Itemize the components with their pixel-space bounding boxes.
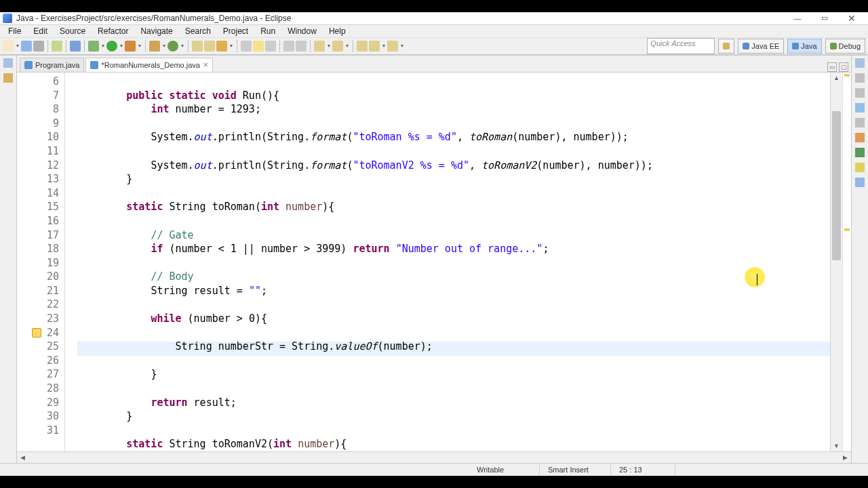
code-line[interactable]: // Body — [77, 270, 830, 284]
code-line[interactable]: // Gate — [77, 228, 830, 243]
editor-tab[interactable]: *RomanNumerals_Demo.java✕ — [85, 58, 213, 72]
ext-tool-icon[interactable] — [125, 41, 136, 52]
perspective-java-ee[interactable]: Java EE — [738, 39, 784, 54]
code-line[interactable]: } — [77, 367, 830, 382]
code-line[interactable]: static String toRoman(int number){ — [77, 200, 830, 214]
code-line[interactable]: } — [77, 409, 830, 424]
package-explorer-icon[interactable] — [3, 73, 13, 83]
run-icon-dropdown[interactable]: ▾ — [119, 41, 123, 52]
skip-bp-icon[interactable] — [70, 41, 81, 52]
annotation-icon-dropdown[interactable]: ▾ — [326, 41, 331, 52]
debug-icon-dropdown[interactable]: ▾ — [100, 41, 105, 52]
code-area[interactable]: public static void Run(){ int number = 1… — [75, 73, 830, 451]
save-icon[interactable] — [21, 41, 32, 52]
horizontal-scrollbar[interactable]: ◀ ▶ — [17, 451, 851, 463]
outline-icon[interactable] — [855, 88, 865, 98]
vertical-scrollbar[interactable]: ▲ ▼ — [830, 73, 842, 451]
minimize-editor-icon[interactable]: ▭ — [827, 62, 837, 72]
forward-icon[interactable] — [387, 41, 398, 52]
menu-refactor[interactable]: Refactor — [92, 25, 134, 37]
tasklist-icon[interactable] — [855, 73, 865, 83]
last-edit-icon[interactable] — [357, 41, 368, 52]
code-line[interactable] — [77, 144, 830, 159]
code-line[interactable] — [77, 214, 830, 228]
code-line[interactable]: public static void Run(){ — [77, 89, 830, 103]
console-icon[interactable] — [855, 178, 865, 187]
new-class-icon[interactable] — [167, 41, 178, 52]
code-line[interactable]: static String toRomanV2(int number){ — [77, 437, 830, 451]
debug-icon[interactable] — [88, 41, 99, 52]
menu-edit[interactable]: Edit — [28, 25, 53, 37]
declaration-icon[interactable] — [855, 163, 865, 172]
perspective-java[interactable]: Java — [787, 39, 821, 54]
warning-icon[interactable] — [32, 328, 41, 338]
search-icon[interactable] — [216, 41, 227, 52]
next-ann-icon-dropdown[interactable]: ▾ — [344, 41, 349, 52]
menu-window[interactable]: Window — [282, 25, 322, 37]
menu-search[interactable]: Search — [180, 25, 216, 37]
type-hierarchy-icon[interactable] — [855, 103, 865, 113]
ext-tool-icon-dropdown[interactable]: ▾ — [137, 41, 142, 52]
editor-tab[interactable]: Program.java — [20, 58, 84, 72]
menu-run[interactable]: Run — [255, 25, 281, 37]
menu-help[interactable]: Help — [323, 25, 351, 37]
back-icon-dropdown[interactable]: ▾ — [381, 41, 386, 52]
toggle-block-icon[interactable] — [253, 41, 264, 52]
scroll-left-icon[interactable]: ◀ — [17, 454, 28, 461]
overview-ruler[interactable] — [842, 73, 851, 451]
new-icon-dropdown[interactable]: ▾ — [15, 41, 20, 52]
scroll-right-icon[interactable]: ▶ — [840, 454, 851, 461]
toggle-ws-icon[interactable] — [265, 41, 276, 52]
scroll-thumb[interactable] — [832, 111, 841, 260]
menu-project[interactable]: Project — [218, 25, 254, 37]
new-class-icon-dropdown[interactable]: ▾ — [180, 41, 184, 52]
code-line[interactable]: String result = ""; — [77, 284, 830, 298]
next-ann-icon[interactable] — [332, 41, 343, 52]
code-line[interactable] — [77, 186, 830, 201]
scroll-up-icon[interactable]: ▲ — [831, 73, 842, 84]
menu-navigate[interactable]: Navigate — [135, 25, 178, 37]
show-ws-icon[interactable] — [283, 41, 294, 52]
save-all-icon[interactable] — [33, 41, 44, 52]
code-line[interactable] — [77, 382, 830, 396]
code-line[interactable]: System.out.println(String.format("toRoma… — [77, 130, 830, 144]
maximize-button[interactable]: ▭ — [811, 14, 838, 22]
code-line[interactable] — [77, 326, 830, 340]
code-line[interactable] — [77, 256, 830, 270]
search-icon-dropdown[interactable]: ▾ — [229, 41, 233, 52]
code-line[interactable]: return result; — [77, 396, 830, 410]
code-editor[interactable]: 6789101112131415161718192021222324252627… — [17, 73, 851, 451]
bookmarks-icon[interactable] — [855, 118, 865, 127]
restore-views-icon[interactable] — [855, 58, 865, 68]
menu-source[interactable]: Source — [54, 25, 91, 37]
open-task-icon[interactable] — [204, 41, 215, 52]
maximize-editor-icon[interactable]: ▢ — [839, 62, 848, 72]
new-icon[interactable] — [3, 41, 14, 52]
menu-file[interactable]: File — [3, 25, 26, 37]
scroll-down-icon[interactable]: ▼ — [831, 440, 842, 451]
code-line[interactable] — [77, 117, 830, 131]
close-button[interactable]: ✕ — [838, 13, 865, 24]
annotation-icon[interactable] — [314, 41, 325, 52]
new-package-icon-dropdown[interactable]: ▾ — [161, 41, 166, 52]
quick-access-input[interactable]: Quick Access — [647, 38, 715, 54]
forward-icon-dropdown[interactable]: ▾ — [399, 41, 404, 52]
code-line[interactable]: if (number < 1 || number > 3999) return … — [77, 242, 830, 256]
code-line[interactable]: int number = 1293; — [77, 102, 830, 117]
run-icon[interactable] — [106, 41, 117, 52]
back-icon[interactable] — [369, 41, 380, 52]
code-line[interactable]: System.out.println(String.format("toRoma… — [77, 159, 830, 173]
code-line[interactable] — [77, 298, 830, 312]
open-perspective-button[interactable] — [718, 39, 734, 54]
open-type-icon[interactable] — [192, 41, 203, 52]
code-line[interactable] — [77, 424, 830, 438]
build-icon[interactable] — [52, 41, 62, 52]
problems-icon[interactable] — [855, 133, 865, 142]
toggle-word-icon[interactable] — [296, 41, 307, 52]
javadoc-icon[interactable] — [855, 148, 865, 157]
minimize-button[interactable]: — — [784, 14, 811, 22]
code-line[interactable] — [77, 354, 830, 368]
restore-view-icon[interactable] — [3, 58, 13, 68]
toggle-mark-icon[interactable] — [241, 41, 252, 52]
code-line[interactable]: } — [77, 172, 830, 186]
